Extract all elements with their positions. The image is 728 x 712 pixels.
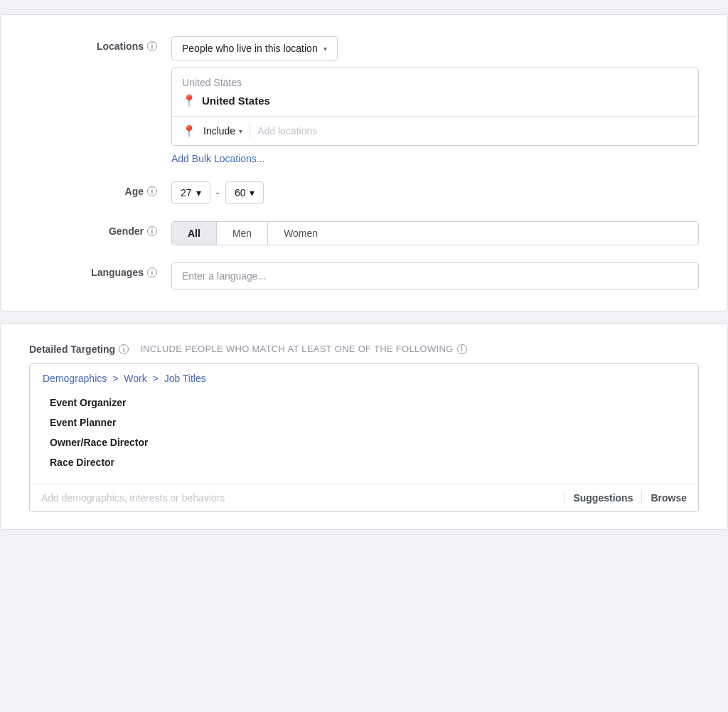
detailed-targeting-label: Detailed Targeting i xyxy=(29,341,129,355)
include-dropdown-button[interactable]: Include ▾ xyxy=(203,125,242,137)
locations-label-text: Locations xyxy=(97,41,144,52)
targeting-box: Demographics > Work > Job Titles Event O… xyxy=(29,363,699,512)
add-bulk-locations-link[interactable]: Add Bulk Locations... xyxy=(171,153,265,164)
gender-label: Gender i xyxy=(29,221,171,237)
gender-group: All Men Women xyxy=(171,221,699,245)
location-box: United States 📍 United States 📍 Include … xyxy=(171,68,699,146)
location-type-label: People who live in this location xyxy=(182,43,318,54)
age-max-dropdown[interactable]: 60 ▾ xyxy=(225,181,264,204)
include-row: 📍 Include ▾ Add locations xyxy=(172,117,698,145)
age-separator: - xyxy=(216,186,220,199)
gender-men-button[interactable]: Men xyxy=(217,222,268,245)
include-label: Include xyxy=(203,125,235,137)
languages-content xyxy=(171,262,699,289)
suggestions-button[interactable]: Suggestions xyxy=(573,492,633,504)
breadcrumb-sep1: > xyxy=(112,373,118,384)
location-search-placeholder: United States xyxy=(182,77,688,88)
locations-content: People who live in this location ▾ Unite… xyxy=(171,36,699,164)
age-info-icon[interactable]: i xyxy=(147,186,157,196)
include-chevron-icon: ▾ xyxy=(239,127,242,135)
targeting-footer: Add demographics, interests or behaviors… xyxy=(30,484,698,511)
age-content: 27 ▾ - 60 ▾ xyxy=(171,181,699,204)
chevron-down-icon: ▾ xyxy=(323,45,327,53)
targeting-item-race-director: Race Director xyxy=(50,452,685,472)
detailed-targeting-label-text: Detailed Targeting xyxy=(29,344,115,355)
location-selected-item: 📍 United States xyxy=(182,94,688,107)
include-pin-icon: 📍 xyxy=(182,124,196,138)
detailed-targeting-header-row: Detailed Targeting i INCLUDE people who … xyxy=(29,341,699,355)
add-locations-input[interactable]: Add locations xyxy=(257,125,688,137)
age-min-dropdown[interactable]: 27 ▾ xyxy=(171,181,210,204)
footer-divider xyxy=(564,492,564,504)
detailed-targeting-section: Detailed Targeting i INCLUDE people who … xyxy=(0,323,728,530)
include-description: INCLUDE people who match at least ONE of… xyxy=(140,341,466,354)
include-divider xyxy=(250,124,250,138)
gender-all-button[interactable]: All xyxy=(172,222,217,245)
targeting-breadcrumb: Demographics > Work > Job Titles xyxy=(30,364,698,387)
age-min-chevron-icon: ▾ xyxy=(196,187,201,198)
age-label-text: Age xyxy=(125,186,144,197)
targeting-footer-input[interactable]: Add demographics, interests or behaviors xyxy=(41,492,555,504)
include-description-info-icon[interactable]: i xyxy=(457,344,467,354)
selected-country-label: United States xyxy=(202,95,270,107)
location-type-dropdown[interactable]: People who live in this location ▾ xyxy=(171,36,338,60)
age-max-chevron-icon: ▾ xyxy=(250,187,255,198)
pin-icon: 📍 xyxy=(182,94,196,107)
language-input[interactable] xyxy=(171,262,699,289)
breadcrumb-sep2: > xyxy=(153,373,159,384)
locations-row: Locations i People who live in this loca… xyxy=(29,36,699,164)
gender-row: Gender i All Men Women xyxy=(29,221,699,245)
languages-info-icon[interactable]: i xyxy=(147,267,157,277)
age-min-value: 27 xyxy=(181,187,192,198)
targeting-items: Event Organizer Event Planner Owner/Race… xyxy=(30,387,698,484)
detailed-targeting-info-icon[interactable]: i xyxy=(119,344,129,354)
languages-label: Languages i xyxy=(29,262,171,278)
languages-label-text: Languages xyxy=(91,267,144,278)
breadcrumb-job-titles[interactable]: Job Titles xyxy=(164,373,206,384)
browse-button[interactable]: Browse xyxy=(651,492,687,504)
breadcrumb-work[interactable]: Work xyxy=(124,373,146,384)
locations-label: Locations i xyxy=(29,36,171,52)
age-label: Age i xyxy=(29,181,171,197)
targeting-item-event-organizer: Event Organizer xyxy=(50,393,685,413)
breadcrumb-demographics[interactable]: Demographics xyxy=(43,373,107,384)
footer-divider-2 xyxy=(641,492,642,504)
languages-row: Languages i xyxy=(29,262,699,289)
audience-card: Locations i People who live in this loca… xyxy=(0,14,728,312)
include-description-text: INCLUDE people who match at least ONE of… xyxy=(140,344,453,354)
gender-women-button[interactable]: Women xyxy=(268,222,333,245)
targeting-item-event-planner: Event Planner xyxy=(50,413,685,432)
age-max-value: 60 xyxy=(235,187,246,198)
gender-info-icon[interactable]: i xyxy=(147,226,157,236)
targeting-item-owner-race-director: Owner/Race Director xyxy=(50,432,685,452)
location-search-area: United States 📍 United States xyxy=(172,68,698,117)
page-wrapper: Locations i People who live in this loca… xyxy=(0,0,728,544)
locations-info-icon[interactable]: i xyxy=(147,41,157,51)
age-row: Age i 27 ▾ - 60 ▾ xyxy=(29,181,699,204)
gender-content: All Men Women xyxy=(171,221,699,245)
gender-label-text: Gender xyxy=(109,225,144,237)
